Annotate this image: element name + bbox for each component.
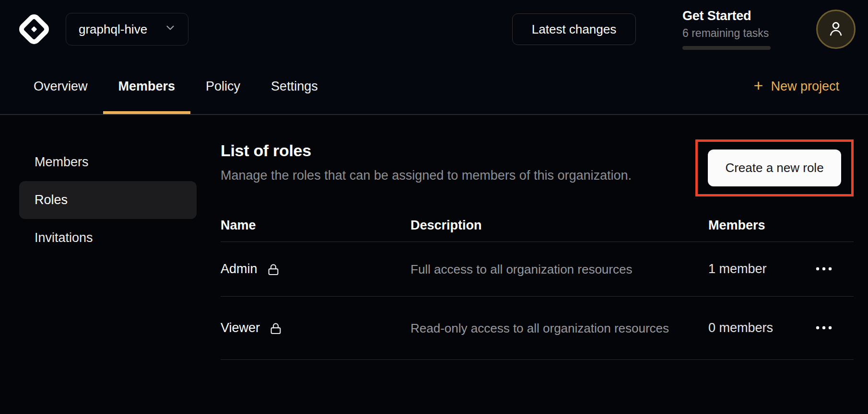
page-title: List of roles	[221, 141, 632, 160]
page-subtitle: Manage the roles that can be assigned to…	[221, 168, 632, 183]
sidebar-item-roles[interactable]: Roles	[19, 181, 197, 219]
tab-overview[interactable]: Overview	[18, 58, 103, 114]
roles-header: List of roles Manage the roles that can …	[221, 115, 854, 196]
user-icon	[826, 19, 846, 40]
members-sidebar: Members Roles Invitations	[0, 115, 197, 414]
hive-logo-icon	[17, 12, 51, 46]
latest-changes-button[interactable]: Latest changes	[512, 13, 636, 45]
avatar[interactable]	[816, 10, 856, 49]
get-started-widget[interactable]: Get Started 6 remaining tasks	[682, 9, 771, 50]
role-name: Admin	[221, 262, 258, 276]
annotation-highlight-box: Create a new role	[695, 139, 854, 196]
org-selector[interactable]: graphql-hive	[66, 13, 188, 46]
sidebar-item-members[interactable]: Members	[19, 143, 197, 181]
lock-icon	[269, 322, 283, 336]
roles-header-text: List of roles Manage the roles that can …	[221, 141, 632, 183]
new-project-button[interactable]: + New project	[754, 58, 839, 114]
role-description: Full access to all organization resource…	[411, 252, 669, 287]
top-header: graphql-hive Latest changes Get Started …	[0, 0, 868, 58]
create-new-role-button[interactable]: Create a new role	[708, 150, 841, 186]
ellipsis-icon	[815, 265, 833, 273]
role-name-cell: Admin	[221, 262, 411, 276]
table-row-admin: Admin Full access to all organization re…	[221, 242, 854, 297]
row-menu-button[interactable]	[815, 262, 854, 276]
column-header-members: Members	[708, 218, 815, 233]
column-header-name: Name	[221, 218, 411, 233]
table-header-row: Name Description Members	[221, 209, 854, 242]
tab-bar: Overview Members Policy Settings + New p…	[0, 58, 868, 115]
role-name: Viewer	[221, 321, 260, 335]
tab-policy[interactable]: Policy	[190, 58, 256, 114]
get-started-subtitle: 6 remaining tasks	[682, 27, 771, 40]
plus-icon: +	[754, 77, 763, 93]
role-members-count: 0 members	[708, 321, 815, 335]
row-menu-button[interactable]	[815, 321, 854, 335]
sidebar-item-invitations[interactable]: Invitations	[19, 219, 197, 257]
org-name: graphql-hive	[79, 22, 147, 37]
content-area: Members Roles Invitations List of roles …	[0, 115, 868, 414]
app-root: graphql-hive Latest changes Get Started …	[0, 0, 868, 414]
lock-icon	[266, 263, 281, 277]
ellipsis-icon	[815, 324, 833, 332]
get-started-title: Get Started	[682, 9, 771, 23]
roles-panel: List of roles Manage the roles that can …	[221, 115, 854, 414]
role-name-cell: Viewer	[221, 321, 411, 335]
new-project-label: New project	[771, 79, 839, 94]
progress-bar	[682, 46, 771, 50]
column-header-description: Description	[411, 218, 708, 233]
role-members-count: 1 member	[708, 262, 815, 276]
header-right: Latest changes Get Started 6 remaining t…	[512, 9, 856, 50]
role-description: Read-only access to all organization res…	[411, 310, 669, 346]
table-row-viewer: Viewer Read-only access to all organizat…	[221, 297, 854, 360]
tab-members[interactable]: Members	[103, 58, 191, 114]
tab-settings[interactable]: Settings	[256, 58, 333, 114]
chevron-down-icon	[164, 22, 176, 37]
roles-table: Name Description Members Admin	[221, 209, 854, 360]
